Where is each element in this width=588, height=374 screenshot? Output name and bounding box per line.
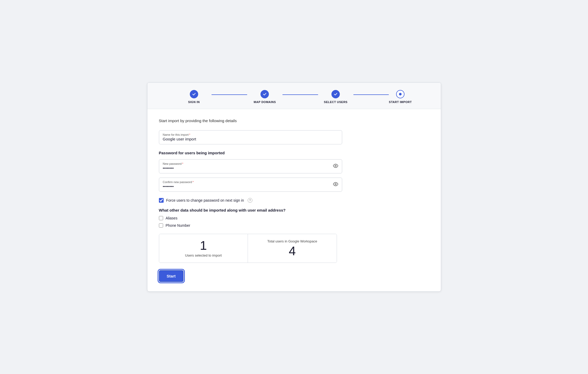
total-users-box: Total users in Google Workspace 4: [248, 234, 337, 263]
svg-point-0: [335, 165, 336, 167]
new-password-wrapper: New password*: [159, 159, 342, 173]
force-change-checkbox[interactable]: [159, 198, 164, 203]
main-content: Start import by providing the following …: [147, 109, 441, 291]
users-selected-label: Users selected to import: [185, 253, 222, 257]
intro-text: Start import by providing the following …: [159, 118, 429, 123]
step-circle-start-import: [396, 90, 404, 98]
step-label-select-users: SELECT USERS: [324, 100, 347, 104]
confirm-password-wrapper: Confirm new password*: [159, 178, 342, 192]
phone-checkbox[interactable]: [159, 223, 163, 228]
total-users-label: Total users in Google Workspace: [267, 239, 317, 243]
step-map-domains: MAP DOMAINS: [247, 90, 282, 104]
confirm-password-input[interactable]: [163, 184, 338, 189]
stats-row: 1 Users selected to import Total users i…: [159, 234, 337, 263]
phone-row: Phone Number: [159, 223, 429, 228]
step-line-1: [212, 94, 247, 95]
step-label-start-import: START IMPORT: [389, 100, 412, 104]
new-password-label: New password*: [163, 162, 338, 165]
aliases-label[interactable]: Aliases: [166, 216, 177, 220]
users-selected-box: 1 Users selected to import: [159, 234, 248, 263]
import-name-label: Name for this import*: [163, 133, 338, 136]
main-window: SIGN IN MAP DOMAINS SE: [147, 82, 441, 292]
toggle-password-visibility-icon[interactable]: [333, 163, 338, 169]
check-icon-select-users: [334, 92, 338, 96]
stepper-track: SIGN IN MAP DOMAINS SE: [176, 90, 412, 104]
phone-label[interactable]: Phone Number: [166, 223, 190, 228]
force-change-label[interactable]: Force users to change password on next s…: [166, 198, 244, 202]
stepper: SIGN IN MAP DOMAINS SE: [147, 83, 441, 109]
required-star-confirm: *: [192, 180, 193, 184]
step-circle-sign-in: [190, 90, 198, 98]
required-star-pwd: *: [182, 162, 183, 165]
step-sign-in: SIGN IN: [176, 90, 212, 104]
import-name-group: Name for this import*: [159, 130, 429, 144]
additional-data-section: What other data should be imported along…: [159, 208, 429, 228]
toggle-confirm-password-visibility-icon[interactable]: [333, 182, 338, 188]
data-question-text: What other data should be imported along…: [159, 208, 429, 212]
total-users-value: 4: [289, 245, 296, 257]
users-selected-value: 1: [200, 239, 207, 252]
import-name-wrapper: Name for this import*: [159, 130, 342, 144]
force-change-help-icon[interactable]: ?: [248, 198, 252, 203]
step-label-map-domains: MAP DOMAINS: [254, 100, 276, 104]
required-star: *: [189, 133, 190, 136]
svg-point-1: [335, 184, 336, 185]
step-line-2: [282, 94, 318, 95]
import-name-input[interactable]: [163, 137, 338, 141]
check-icon-map-domains: [263, 92, 267, 96]
password-section-title: Password for users being imported: [159, 151, 429, 155]
step-start-import: START IMPORT: [389, 90, 412, 104]
new-password-input[interactable]: [163, 166, 338, 170]
step-line-3: [353, 94, 389, 95]
step-circle-select-users: [331, 90, 340, 98]
step-label-sign-in: SIGN IN: [188, 100, 199, 104]
step-select-users: SELECT USERS: [318, 90, 353, 104]
aliases-checkbox[interactable]: [159, 216, 163, 220]
start-button[interactable]: Start: [159, 270, 184, 282]
check-icon-sign-in: [192, 92, 196, 96]
force-change-row: Force users to change password on next s…: [159, 198, 429, 203]
aliases-row: Aliases: [159, 216, 429, 220]
password-section: Password for users being imported New pa…: [159, 151, 429, 192]
confirm-password-label: Confirm new password*: [163, 180, 338, 184]
step-circle-map-domains: [260, 90, 269, 98]
